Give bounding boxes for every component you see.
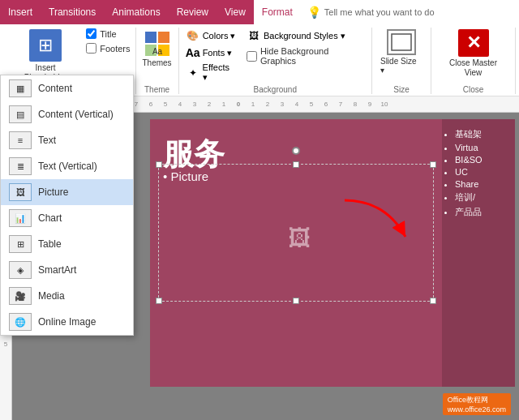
close-master-view-button[interactable]: ✕ Close Master View: [436, 28, 510, 79]
colors-icon: 🎨: [186, 28, 200, 43]
slide-size-button[interactable]: Slide Size ▾: [377, 28, 426, 76]
dropdown-item-picture[interactable]: 🖼 Picture: [1, 179, 133, 205]
ribbon-group-size: Slide Size ▾ Size: [372, 28, 431, 94]
dropdown-item-text-vertical[interactable]: ≣ Text (Vertical): [1, 153, 133, 179]
title-label: Title: [100, 29, 116, 39]
close-group-content: ✕ Close Master View: [436, 28, 510, 84]
tab-format[interactable]: Format: [254, 0, 301, 24]
tab-review[interactable]: Review: [169, 0, 217, 24]
dropdown-item-content[interactable]: ▦ Content: [1, 75, 133, 101]
slide-canvas[interactable]: 服务 • Picture 🖼: [150, 119, 515, 387]
slide-right-panel: 基础架 Virtua BI&SO UC Share 培训/ 产品品: [442, 119, 515, 387]
size-group-label: Size: [393, 84, 409, 94]
tab-insert[interactable]: Insert: [0, 0, 41, 24]
dropdown-item-text[interactable]: ≡ Text: [1, 127, 133, 153]
hide-bg-graphics-row[interactable]: Hide Background Graphics: [247, 46, 367, 66]
handle-bm: [293, 298, 299, 304]
tab-transitions[interactable]: Transitions: [41, 0, 104, 24]
title-checkbox-row[interactable]: Title: [86, 28, 130, 39]
close-icon: ✕: [458, 29, 489, 57]
online-image-label: Online Image: [38, 316, 96, 328]
checkboxes-area: Title Footers: [86, 28, 130, 54]
ribbon-group-background: 🎨 Colors ▾ Aa Fonts ▾ ✦ Effects ▾ 🖼 Back…: [179, 28, 372, 94]
bg-left-col: 🎨 Colors ▾ Aa Fonts ▾ ✦ Effects ▾: [184, 28, 238, 84]
rotate-handle[interactable]: [292, 147, 300, 155]
picture-label: Picture: [38, 186, 68, 198]
tell-me-bar[interactable]: 💡 Tell me what you want to do: [301, 0, 519, 24]
effects-icon: ✦: [186, 66, 200, 80]
dropdown-item-online-image[interactable]: 🌐 Online Image: [1, 309, 133, 335]
watermark-line1: Office教程网: [448, 395, 506, 405]
handle-br: [430, 298, 436, 304]
online-image-icon: 🌐: [9, 313, 32, 331]
close-master-label: Close Master View: [440, 58, 507, 78]
slide-size-label: Slide Size ▾: [380, 57, 422, 75]
themes-icon: Aa: [143, 29, 172, 58]
watermark: Office教程网 www.office26.com: [443, 393, 511, 415]
watermark-line2: www.office26.com: [448, 405, 506, 414]
ribbon-group-themes: Aa Themes Theme: [136, 28, 179, 94]
themes-button[interactable]: Aa Themes: [141, 28, 174, 69]
handle-tr: [430, 161, 436, 168]
lightbulb-icon: 💡: [307, 6, 321, 19]
ribbon-group-close: ✕ Close Master View Close: [431, 28, 516, 94]
smartart-icon: ◈: [9, 261, 32, 279]
themes-group-footer: Theme: [144, 84, 169, 94]
dropdown-item-smartart[interactable]: ◈ SmartArt: [1, 257, 133, 283]
footers-checkbox-row[interactable]: Footers: [86, 43, 130, 54]
fonts-icon: Aa: [186, 45, 200, 60]
slide-size-icon: [387, 29, 416, 55]
footers-checkbox[interactable]: [86, 43, 97, 54]
dropdown-item-chart[interactable]: 📊 Chart: [1, 205, 133, 231]
right-bullet-4: UC: [455, 167, 512, 177]
size-group-content: Slide Size ▾: [377, 28, 426, 84]
tab-animations[interactable]: Animations: [104, 0, 168, 24]
table-icon: ⊞: [9, 235, 32, 253]
colors-button[interactable]: 🎨 Colors ▾: [184, 28, 238, 44]
background-styles-icon: 🖼: [247, 28, 261, 43]
slide-placeholder-icon: 🖼: [288, 225, 311, 251]
text-vertical-icon: ≣: [9, 157, 32, 175]
dropdown-item-content-vertical[interactable]: ▤ Content (Vertical): [1, 101, 133, 127]
right-bullet-5: Share: [455, 179, 512, 189]
close-group-label: Close: [463, 84, 484, 94]
dropdown-item-media[interactable]: 🎥 Media: [1, 283, 133, 309]
text-vertical-label: Text (Vertical): [38, 161, 97, 172]
background-styles-label: Background Styles ▾: [264, 31, 345, 41]
ribbon-tabs-bar: Insert Transitions Animations Review Vie…: [0, 0, 519, 24]
background-styles-button[interactable]: 🖼 Background Styles ▾: [245, 28, 367, 44]
hide-bg-graphics-checkbox[interactable]: [247, 51, 257, 62]
media-icon: 🎥: [9, 287, 32, 305]
right-bullet-3: BI&SO: [455, 155, 512, 165]
tab-view[interactable]: View: [217, 0, 254, 24]
hide-bg-graphics-label: Hide Background Graphics: [260, 46, 367, 66]
background-group-label: Background: [254, 84, 297, 94]
footers-label: Footers: [100, 44, 130, 54]
chart-icon: 📊: [9, 209, 32, 227]
handle-tm: [293, 161, 299, 168]
title-checkbox[interactable]: [86, 28, 97, 39]
insert-placeholder-icon: ⊞: [29, 29, 62, 62]
themes-group-content: Aa Themes: [141, 28, 174, 84]
tell-me-text: Tell me what you want to do: [324, 7, 435, 17]
slide-bullet-main: • Picture: [163, 169, 208, 183]
fonts-button[interactable]: Aa Fonts ▾: [184, 45, 238, 61]
picture-icon: 🖼: [9, 183, 32, 201]
effects-button[interactable]: ✦ Effects ▾: [184, 62, 238, 84]
dropdown-item-table[interactable]: ⊞ Table: [1, 231, 133, 257]
svg-text:Aa: Aa: [152, 47, 162, 56]
background-group-content: 🎨 Colors ▾ Aa Fonts ▾ ✦ Effects ▾ 🖼 Back…: [184, 28, 367, 84]
colors-label: Colors ▾: [203, 31, 236, 41]
table-label: Table: [38, 238, 62, 250]
content-label: Content: [38, 83, 72, 94]
svg-rect-0: [145, 32, 157, 43]
right-bullet-1: 基础架: [455, 128, 512, 140]
handle-tl: [156, 161, 162, 168]
smartart-label: SmartArt: [38, 264, 76, 276]
red-arrow-2: [337, 192, 418, 251]
text-label: Text: [38, 135, 56, 146]
svg-rect-5: [392, 34, 411, 50]
content-vertical-label: Content (Vertical): [38, 109, 114, 120]
content-vertical-icon: ▤: [9, 105, 32, 123]
themes-label: Themes: [143, 58, 172, 67]
